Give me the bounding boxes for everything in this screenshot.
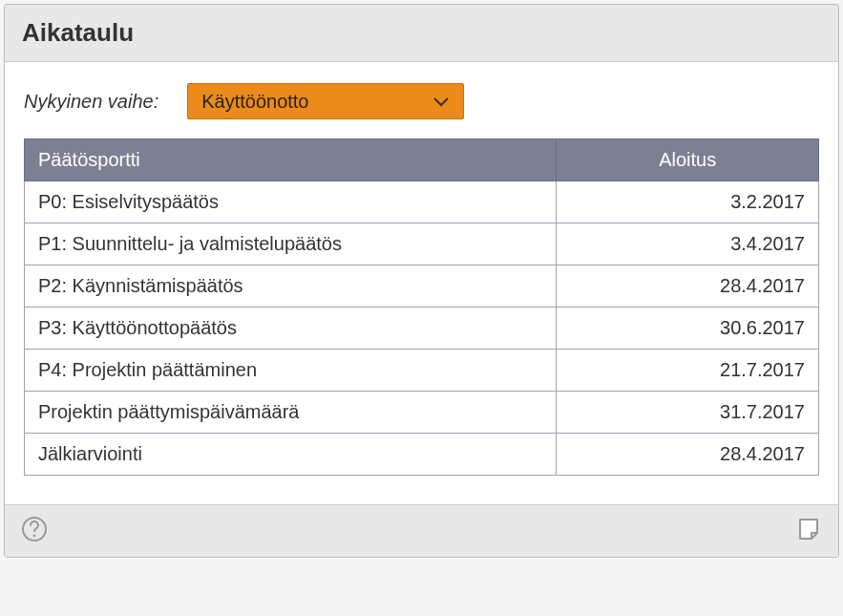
table-row: P4: Projektin päättäminen21.7.2017 (25, 350, 819, 392)
header-start: Aloitus (557, 139, 819, 181)
panel-body: Nykyinen vaihe: Käyttöönotto Päätösportt… (5, 62, 838, 504)
help-icon (21, 516, 48, 546)
panel-title: Aikataulu (22, 18, 821, 48)
table-row: Projektin päättymispäivämäärä31.7.2017 (25, 392, 819, 434)
note-icon (795, 516, 822, 546)
cell-decision-gate: P4: Projektin päättäminen (25, 350, 557, 392)
schedule-panel: Aikataulu Nykyinen vaihe: Käyttöönotto P… (4, 4, 839, 558)
svg-point-1 (33, 535, 36, 538)
table-row: P1: Suunnittelu- ja valmistelupäätös3.4.… (25, 223, 819, 266)
cell-decision-gate: P0: Esiselvityspäätös (25, 181, 557, 223)
cell-decision-gate: Projektin päättymispäivämäärä (25, 392, 557, 434)
cell-start-date: 28.4.2017 (557, 434, 819, 476)
cell-start-date: 3.4.2017 (557, 223, 819, 266)
chevron-down-icon (432, 96, 450, 107)
current-phase-row: Nykyinen vaihe: Käyttöönotto (24, 83, 819, 119)
cell-decision-gate: P1: Suunnittelu- ja valmistelupäätös (25, 223, 557, 266)
header-decision-gate: Päätösportti (25, 139, 557, 181)
cell-decision-gate: P2: Käynnistämispäätös (25, 266, 557, 308)
help-button[interactable] (18, 515, 51, 547)
cell-start-date: 28.4.2017 (557, 266, 819, 308)
panel-footer (5, 504, 838, 557)
current-phase-label: Nykyinen vaihe: (24, 91, 158, 113)
current-phase-select[interactable]: Käyttöönotto (187, 83, 464, 119)
cell-start-date: 21.7.2017 (557, 350, 819, 392)
cell-decision-gate: P3: Käyttöönottopäätös (25, 308, 557, 350)
table-row: P3: Käyttöönottopäätös30.6.2017 (25, 308, 819, 350)
cell-start-date: 30.6.2017 (557, 308, 819, 350)
panel-header: Aikataulu (5, 5, 838, 62)
cell-decision-gate: Jälkiarviointi (25, 434, 557, 476)
cell-start-date: 31.7.2017 (557, 392, 819, 434)
table-row: P2: Käynnistämispäätös28.4.2017 (25, 266, 819, 308)
table-row: P0: Esiselvityspäätös3.2.2017 (25, 181, 819, 223)
schedule-table: Päätösportti Aloitus P0: Esiselvityspäät… (24, 138, 819, 476)
table-row: Jälkiarviointi28.4.2017 (25, 434, 819, 476)
current-phase-value: Käyttöönotto (201, 91, 308, 113)
cell-start-date: 3.2.2017 (557, 181, 819, 223)
note-button[interactable] (792, 515, 825, 547)
